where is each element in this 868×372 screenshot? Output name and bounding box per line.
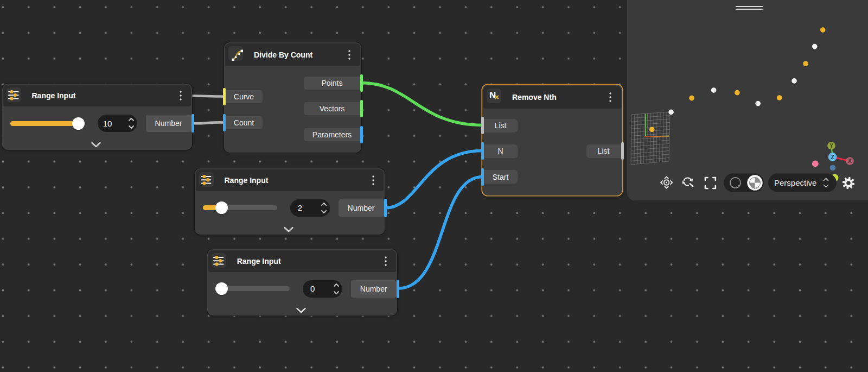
svg-text:Perspective: Perspective <box>774 178 816 187</box>
svg-text:X: X <box>848 158 852 164</box>
svg-text:Z: Z <box>831 154 834 160</box>
svg-text:Y: Y <box>829 143 833 149</box>
